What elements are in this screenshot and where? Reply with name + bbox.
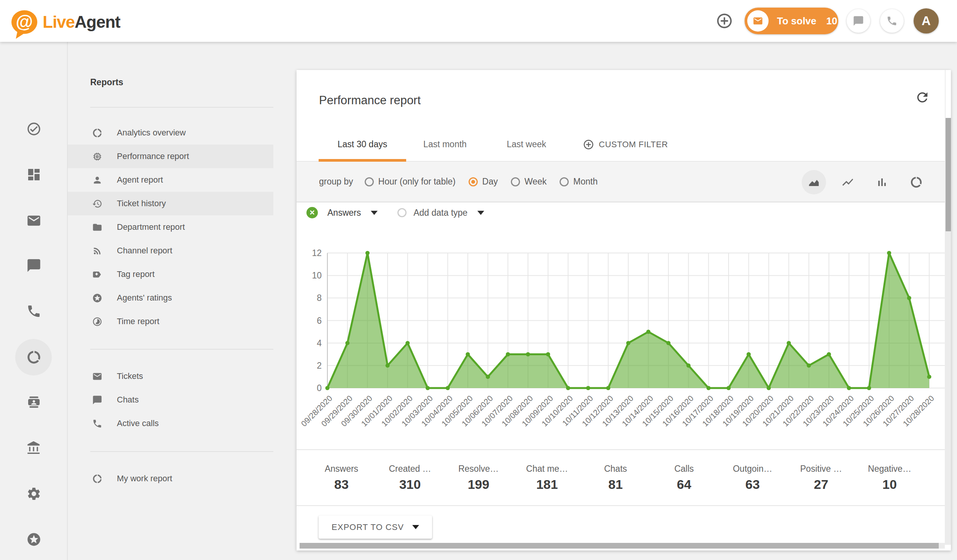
sidebar-item-time-report[interactable]: Time report: [68, 310, 273, 333]
remove-series-button[interactable]: ✕: [306, 207, 318, 218]
sidebar-item-department-report[interactable]: Department report: [68, 215, 273, 239]
rail-tickets-icon[interactable]: [26, 213, 41, 228]
custom-filter-button[interactable]: CUSTOM FILTER: [583, 127, 668, 162]
rail-chats-icon[interactable]: [26, 258, 41, 273]
sidebar-item-label: Ticket history: [117, 199, 166, 208]
stat-resolved: Resolve…199: [444, 464, 513, 492]
sidebar-item-ticket-history[interactable]: Ticket history: [68, 192, 273, 215]
sidebar-item-label: Channel report: [117, 246, 172, 256]
folder-icon: [92, 222, 102, 232]
donut-icon: [92, 474, 102, 484]
liveagent-logo[interactable]: @ LiveAgent: [11, 7, 120, 37]
export-label: EXPORT TO CSV: [332, 522, 404, 532]
stat-chats: Chats81: [581, 464, 650, 492]
vertical-scrollbar-track-lower: [946, 231, 951, 545]
donut-icon: [92, 128, 102, 138]
sidebar-item-channel-report[interactable]: Channel report: [68, 239, 273, 262]
line-chart-icon: [841, 176, 854, 189]
bar-chart-icon: [876, 176, 888, 189]
donut-chart-icon: [910, 176, 923, 189]
add-data-type-caret[interactable]: [477, 211, 484, 215]
rail-star-icon[interactable]: [26, 532, 41, 547]
radio-week-label[interactable]: Week: [525, 177, 547, 187]
radio-week[interactable]: [511, 177, 520, 186]
tab-last-week[interactable]: Last week: [496, 127, 557, 162]
sidebar-item-label: Tag report: [117, 269, 155, 279]
sidebar-item-chats[interactable]: Chats: [68, 388, 273, 412]
phone-icon: [92, 418, 102, 429]
sidebar-item-tag-report[interactable]: Tag report: [68, 262, 273, 286]
reports-sidebar: Reports Analytics overview Performance r…: [68, 42, 273, 560]
chart-type-line-button[interactable]: [836, 170, 860, 194]
top-header: @ LiveAgent To solve 10 A: [0, 0, 957, 42]
sidebar-title: Reports: [90, 77, 123, 88]
active-tab-underline: [319, 159, 406, 162]
vertical-scrollbar-thumb[interactable]: [946, 118, 951, 231]
sidebar-item-label: Department report: [117, 222, 185, 232]
to-solve-mail-icon: [747, 10, 769, 32]
sidebar-item-tickets[interactable]: Tickets: [68, 364, 273, 388]
tab-last-30-days[interactable]: Last 30 days: [319, 127, 406, 162]
series-dropdown-caret[interactable]: [371, 211, 378, 215]
add-data-type-circle[interactable]: [397, 208, 407, 217]
stat-answers: Answers83: [307, 464, 376, 492]
to-solve-button[interactable]: To solve 10: [745, 8, 838, 34]
group-by-bar: group by Hour (only for table) Day Week …: [297, 162, 951, 202]
chip-icon: [92, 151, 102, 162]
sidebar-item-agents-ratings[interactable]: Agents' ratings: [68, 286, 273, 310]
chart-type-donut-button[interactable]: [904, 170, 928, 194]
brand-live: Live: [43, 13, 75, 31]
brand-agent: Agent: [75, 13, 120, 31]
timelapse-icon: [92, 317, 102, 327]
sidebar-item-label: Analytics overview: [117, 128, 186, 138]
sidebar-item-performance-report[interactable]: Performance report: [68, 145, 273, 168]
chat-bubble-icon: [853, 15, 864, 27]
person-icon: [92, 175, 102, 185]
sidebar-item-label: My work report: [117, 474, 172, 484]
rail-calls-icon[interactable]: [26, 304, 41, 319]
sidebar-item-label: Agents' ratings: [117, 293, 172, 303]
radio-day[interactable]: [469, 177, 478, 186]
sidebar-item-label: Active calls: [117, 418, 159, 428]
user-avatar[interactable]: A: [914, 8, 939, 33]
add-data-type-label[interactable]: Add data type: [413, 208, 467, 218]
rail-dashboard-icon[interactable]: [26, 167, 41, 182]
rail-reports-icon[interactable]: [26, 350, 41, 365]
tag-plus-icon: [92, 269, 102, 280]
add-button[interactable]: [713, 9, 736, 33]
sidebar-item-analytics-overview[interactable]: Analytics overview: [68, 121, 273, 145]
rail-settings-icon[interactable]: [26, 486, 41, 501]
stat-created: Created …310: [376, 464, 444, 492]
radio-hour-label[interactable]: Hour (only for table): [378, 177, 456, 187]
summary-stats-row: Answers83 Created …310 Resolve…199 Chat …: [297, 449, 945, 506]
stat-calls: Calls64: [650, 464, 718, 492]
stat-outgoing: Outgoin…63: [718, 464, 787, 492]
rail-todo-check-icon[interactable]: [26, 121, 41, 137]
sidebar-item-active-calls[interactable]: Active calls: [68, 412, 273, 435]
stat-negative: Negative…10: [855, 464, 924, 492]
tab-last-month[interactable]: Last month: [415, 127, 475, 162]
performance-report-card: Performance report Last 30 days Last mon…: [297, 70, 951, 550]
horizontal-scrollbar-thumb[interactable]: [300, 543, 939, 549]
rail-contacts-icon[interactable]: [26, 395, 41, 410]
radio-day-label[interactable]: Day: [482, 177, 498, 187]
sidebar-item-label: Agent report: [117, 175, 163, 185]
chat-bubble-icon: [92, 395, 102, 405]
sidebar-item-label: Performance report: [117, 151, 189, 161]
star-circle-icon: [92, 293, 102, 303]
calls-header-button[interactable]: [880, 9, 904, 33]
horizontal-scrollbar[interactable]: [300, 543, 945, 549]
sidebar-item-agent-report[interactable]: Agent report: [68, 168, 273, 192]
to-solve-label: To solve: [777, 15, 817, 27]
sidebar-item-my-work-report[interactable]: My work report: [68, 467, 273, 490]
radio-month-label[interactable]: Month: [573, 177, 598, 187]
radio-month[interactable]: [560, 177, 569, 186]
rss-icon: [92, 246, 102, 256]
export-to-csv-button[interactable]: EXPORT TO CSV: [319, 515, 432, 539]
chart-type-bar-button[interactable]: [870, 170, 894, 194]
radio-hour[interactable]: [365, 177, 374, 186]
rail-company-icon[interactable]: [26, 441, 41, 456]
chart-type-area-button[interactable]: [802, 170, 826, 194]
refresh-button[interactable]: [911, 86, 934, 109]
chats-header-button[interactable]: [847, 9, 870, 33]
